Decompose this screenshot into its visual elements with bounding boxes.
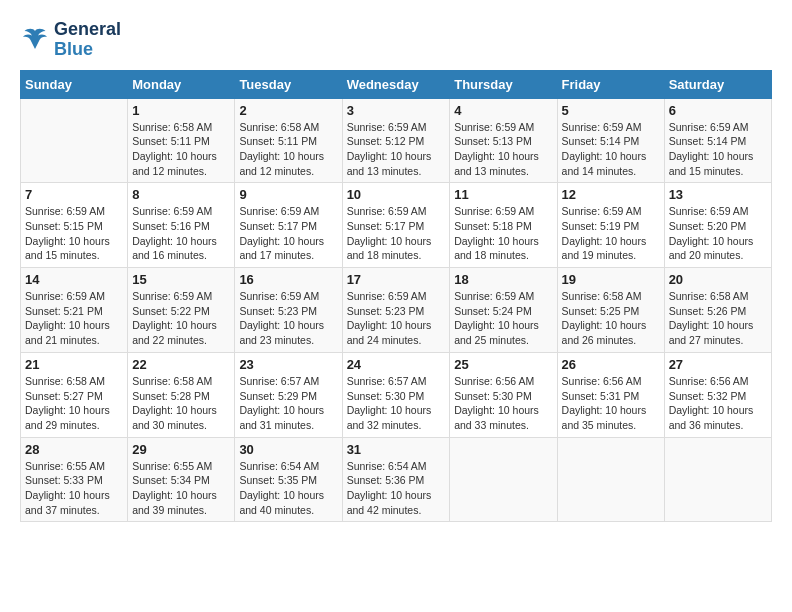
calendar-cell: 26Sunrise: 6:56 AM Sunset: 5:31 PM Dayli… (557, 352, 664, 437)
calendar-cell (450, 437, 557, 522)
day-number: 16 (239, 272, 337, 287)
logo-text: General Blue (54, 20, 121, 60)
day-info: Sunrise: 6:59 AM Sunset: 5:22 PM Dayligh… (132, 289, 230, 348)
day-number: 27 (669, 357, 767, 372)
calendar-cell: 20Sunrise: 6:58 AM Sunset: 5:26 PM Dayli… (664, 268, 771, 353)
day-number: 22 (132, 357, 230, 372)
day-number: 20 (669, 272, 767, 287)
day-info: Sunrise: 6:59 AM Sunset: 5:15 PM Dayligh… (25, 204, 123, 263)
day-number: 15 (132, 272, 230, 287)
day-number: 10 (347, 187, 446, 202)
calendar-cell: 28Sunrise: 6:55 AM Sunset: 5:33 PM Dayli… (21, 437, 128, 522)
day-info: Sunrise: 6:56 AM Sunset: 5:30 PM Dayligh… (454, 374, 552, 433)
day-info: Sunrise: 6:58 AM Sunset: 5:11 PM Dayligh… (239, 120, 337, 179)
weekday-header: Friday (557, 70, 664, 98)
logo: General Blue (20, 20, 121, 60)
calendar-cell: 30Sunrise: 6:54 AM Sunset: 5:35 PM Dayli… (235, 437, 342, 522)
day-number: 7 (25, 187, 123, 202)
day-info: Sunrise: 6:56 AM Sunset: 5:31 PM Dayligh… (562, 374, 660, 433)
day-info: Sunrise: 6:59 AM Sunset: 5:13 PM Dayligh… (454, 120, 552, 179)
calendar-cell (21, 98, 128, 183)
day-info: Sunrise: 6:56 AM Sunset: 5:32 PM Dayligh… (669, 374, 767, 433)
day-number: 5 (562, 103, 660, 118)
day-info: Sunrise: 6:54 AM Sunset: 5:35 PM Dayligh… (239, 459, 337, 518)
day-info: Sunrise: 6:58 AM Sunset: 5:26 PM Dayligh… (669, 289, 767, 348)
day-info: Sunrise: 6:59 AM Sunset: 5:20 PM Dayligh… (669, 204, 767, 263)
day-info: Sunrise: 6:59 AM Sunset: 5:14 PM Dayligh… (562, 120, 660, 179)
day-info: Sunrise: 6:58 AM Sunset: 5:11 PM Dayligh… (132, 120, 230, 179)
calendar-cell: 3Sunrise: 6:59 AM Sunset: 5:12 PM Daylig… (342, 98, 450, 183)
day-number: 3 (347, 103, 446, 118)
calendar-cell: 8Sunrise: 6:59 AM Sunset: 5:16 PM Daylig… (128, 183, 235, 268)
day-number: 6 (669, 103, 767, 118)
day-info: Sunrise: 6:57 AM Sunset: 5:29 PM Dayligh… (239, 374, 337, 433)
calendar-cell: 10Sunrise: 6:59 AM Sunset: 5:17 PM Dayli… (342, 183, 450, 268)
calendar-cell: 25Sunrise: 6:56 AM Sunset: 5:30 PM Dayli… (450, 352, 557, 437)
day-number: 19 (562, 272, 660, 287)
weekday-header: Wednesday (342, 70, 450, 98)
day-info: Sunrise: 6:59 AM Sunset: 5:18 PM Dayligh… (454, 204, 552, 263)
weekday-header: Sunday (21, 70, 128, 98)
calendar-week-row: 14Sunrise: 6:59 AM Sunset: 5:21 PM Dayli… (21, 268, 772, 353)
weekday-header: Monday (128, 70, 235, 98)
day-number: 29 (132, 442, 230, 457)
calendar-cell: 7Sunrise: 6:59 AM Sunset: 5:15 PM Daylig… (21, 183, 128, 268)
calendar-cell: 29Sunrise: 6:55 AM Sunset: 5:34 PM Dayli… (128, 437, 235, 522)
calendar-cell: 13Sunrise: 6:59 AM Sunset: 5:20 PM Dayli… (664, 183, 771, 268)
calendar-cell: 21Sunrise: 6:58 AM Sunset: 5:27 PM Dayli… (21, 352, 128, 437)
page-header: General Blue (20, 20, 772, 60)
day-info: Sunrise: 6:55 AM Sunset: 5:33 PM Dayligh… (25, 459, 123, 518)
day-number: 24 (347, 357, 446, 372)
calendar-cell: 11Sunrise: 6:59 AM Sunset: 5:18 PM Dayli… (450, 183, 557, 268)
day-info: Sunrise: 6:59 AM Sunset: 5:23 PM Dayligh… (239, 289, 337, 348)
calendar-week-row: 21Sunrise: 6:58 AM Sunset: 5:27 PM Dayli… (21, 352, 772, 437)
day-number: 11 (454, 187, 552, 202)
calendar-cell: 16Sunrise: 6:59 AM Sunset: 5:23 PM Dayli… (235, 268, 342, 353)
day-number: 26 (562, 357, 660, 372)
calendar-cell: 6Sunrise: 6:59 AM Sunset: 5:14 PM Daylig… (664, 98, 771, 183)
day-info: Sunrise: 6:59 AM Sunset: 5:21 PM Dayligh… (25, 289, 123, 348)
calendar-cell: 9Sunrise: 6:59 AM Sunset: 5:17 PM Daylig… (235, 183, 342, 268)
day-number: 14 (25, 272, 123, 287)
day-info: Sunrise: 6:59 AM Sunset: 5:17 PM Dayligh… (347, 204, 446, 263)
calendar-cell: 1Sunrise: 6:58 AM Sunset: 5:11 PM Daylig… (128, 98, 235, 183)
day-number: 18 (454, 272, 552, 287)
day-number: 8 (132, 187, 230, 202)
calendar-cell: 24Sunrise: 6:57 AM Sunset: 5:30 PM Dayli… (342, 352, 450, 437)
calendar-week-row: 1Sunrise: 6:58 AM Sunset: 5:11 PM Daylig… (21, 98, 772, 183)
day-number: 17 (347, 272, 446, 287)
calendar-cell: 23Sunrise: 6:57 AM Sunset: 5:29 PM Dayli… (235, 352, 342, 437)
weekday-header: Saturday (664, 70, 771, 98)
calendar-table: SundayMondayTuesdayWednesdayThursdayFrid… (20, 70, 772, 523)
calendar-cell: 22Sunrise: 6:58 AM Sunset: 5:28 PM Dayli… (128, 352, 235, 437)
day-info: Sunrise: 6:59 AM Sunset: 5:24 PM Dayligh… (454, 289, 552, 348)
calendar-cell: 4Sunrise: 6:59 AM Sunset: 5:13 PM Daylig… (450, 98, 557, 183)
day-info: Sunrise: 6:57 AM Sunset: 5:30 PM Dayligh… (347, 374, 446, 433)
calendar-cell: 31Sunrise: 6:54 AM Sunset: 5:36 PM Dayli… (342, 437, 450, 522)
day-number: 1 (132, 103, 230, 118)
day-number: 28 (25, 442, 123, 457)
weekday-header: Tuesday (235, 70, 342, 98)
calendar-cell: 17Sunrise: 6:59 AM Sunset: 5:23 PM Dayli… (342, 268, 450, 353)
day-info: Sunrise: 6:59 AM Sunset: 5:12 PM Dayligh… (347, 120, 446, 179)
calendar-cell: 19Sunrise: 6:58 AM Sunset: 5:25 PM Dayli… (557, 268, 664, 353)
weekday-row: SundayMondayTuesdayWednesdayThursdayFrid… (21, 70, 772, 98)
calendar-cell (557, 437, 664, 522)
day-number: 21 (25, 357, 123, 372)
calendar-header: SundayMondayTuesdayWednesdayThursdayFrid… (21, 70, 772, 98)
day-number: 23 (239, 357, 337, 372)
calendar-cell: 27Sunrise: 6:56 AM Sunset: 5:32 PM Dayli… (664, 352, 771, 437)
day-number: 12 (562, 187, 660, 202)
day-number: 31 (347, 442, 446, 457)
day-info: Sunrise: 6:59 AM Sunset: 5:14 PM Dayligh… (669, 120, 767, 179)
day-info: Sunrise: 6:58 AM Sunset: 5:27 PM Dayligh… (25, 374, 123, 433)
day-number: 25 (454, 357, 552, 372)
day-info: Sunrise: 6:58 AM Sunset: 5:28 PM Dayligh… (132, 374, 230, 433)
calendar-body: 1Sunrise: 6:58 AM Sunset: 5:11 PM Daylig… (21, 98, 772, 522)
day-number: 4 (454, 103, 552, 118)
calendar-cell: 12Sunrise: 6:59 AM Sunset: 5:19 PM Dayli… (557, 183, 664, 268)
day-number: 9 (239, 187, 337, 202)
day-info: Sunrise: 6:59 AM Sunset: 5:19 PM Dayligh… (562, 204, 660, 263)
weekday-header: Thursday (450, 70, 557, 98)
calendar-week-row: 7Sunrise: 6:59 AM Sunset: 5:15 PM Daylig… (21, 183, 772, 268)
